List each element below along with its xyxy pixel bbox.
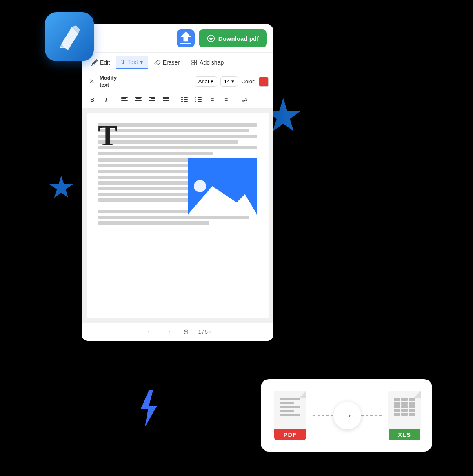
xls-cell [401, 409, 408, 412]
pdf-file-icon: PDF [274, 391, 306, 440]
file-line [280, 402, 294, 404]
xls-row [394, 405, 415, 408]
file-line [280, 406, 300, 408]
nav-forward-button[interactable]: → [162, 326, 174, 338]
svg-rect-7 [121, 97, 128, 98]
text-dropdown-arrow: ▾ [140, 59, 143, 65]
edit-tool-button[interactable]: Edit [87, 57, 115, 68]
svg-point-25 [181, 99, 183, 100]
svg-point-3 [192, 60, 194, 62]
app-icon [45, 12, 94, 61]
text-line [98, 135, 257, 138]
xls-cell [401, 405, 408, 408]
svg-text:3.: 3. [195, 100, 197, 102]
dashed-left [313, 415, 333, 416]
italic-button[interactable]: I [100, 94, 112, 105]
image-placeholder [188, 158, 257, 215]
xls-cell [394, 402, 400, 405]
xls-cell [409, 409, 415, 412]
align-left-button[interactable] [119, 94, 130, 105]
align-center-button[interactable] [133, 94, 144, 105]
svg-point-5 [192, 62, 194, 65]
svg-point-38 [194, 180, 206, 192]
align-right-button[interactable] [147, 94, 158, 105]
indent-more-button[interactable]: ≡ [220, 94, 232, 105]
bold-button[interactable]: B [87, 94, 98, 105]
text-label: Text [127, 59, 138, 65]
align-left-icon [121, 97, 128, 102]
file-line [280, 410, 294, 412]
unordered-list-button[interactable] [179, 94, 190, 105]
file-line [280, 398, 300, 400]
doc-area: T [82, 109, 273, 323]
doc-page: T [87, 113, 269, 318]
upload-icon [177, 29, 195, 47]
toolbar-row1: Edit T Text ▾ Eraser Add shap [82, 53, 273, 72]
svg-rect-12 [136, 98, 141, 99]
add-shape-icon [191, 59, 198, 66]
svg-rect-20 [163, 98, 169, 99]
zoom-out-button[interactable]: ⊖ [180, 326, 192, 338]
size-dropdown-arrow: ▾ [231, 78, 234, 85]
indent-less-button[interactable]: ≡ [207, 94, 218, 105]
download-label: Download pdf [218, 35, 259, 42]
doc-text-block [98, 123, 257, 155]
svg-rect-26 [184, 99, 188, 100]
xls-badge: XLS [389, 429, 420, 440]
unordered-list-icon [181, 97, 188, 102]
arrow-right-icon: → [342, 409, 353, 422]
eraser-tool-button[interactable]: Eraser [149, 57, 184, 68]
close-modify-button[interactable]: ✕ [87, 77, 96, 87]
font-size-selector[interactable]: 14 ▾ [220, 76, 238, 87]
eraser-label: Eraser [163, 59, 180, 66]
conversion-card: PDF → [261, 379, 432, 452]
font-dropdown-arrow: ▾ [211, 78, 213, 85]
xls-cell [394, 405, 400, 408]
align-justify-button[interactable] [160, 94, 172, 105]
xls-cell [409, 413, 415, 416]
upload-button[interactable] [177, 29, 195, 47]
xls-cell [401, 398, 408, 401]
fmt-separator-2 [175, 96, 175, 104]
align-right-icon [149, 97, 155, 102]
text-tool-button[interactable]: T Text ▾ [116, 56, 148, 69]
font-value: Arial [198, 78, 209, 85]
text-line [98, 221, 209, 225]
xls-row [394, 402, 415, 405]
svg-rect-17 [149, 100, 155, 101]
svg-point-6 [194, 62, 197, 65]
ordered-list-button[interactable]: 1. 2. 3. [193, 94, 204, 105]
color-label: Color: [241, 78, 255, 85]
toolbar-row2: ✕ Modify text Arial ▾ 14 ▾ Color: [82, 72, 273, 91]
xls-cell [409, 405, 415, 408]
text-line [98, 198, 193, 202]
svg-point-27 [181, 101, 183, 102]
star-decoration-left [49, 176, 73, 200]
text-line [98, 216, 249, 219]
download-icon [207, 34, 215, 42]
svg-rect-15 [149, 97, 155, 98]
file-line [280, 414, 300, 416]
align-justify-icon [163, 97, 169, 102]
modify-text-label-2: text [100, 82, 117, 89]
align-center-icon [135, 97, 142, 102]
svg-rect-21 [163, 100, 169, 101]
doc-nav: ← → ⊖ 1 / 5 › [82, 323, 273, 341]
dropcap-t: T [98, 121, 118, 150]
download-button[interactable]: Download pdf [199, 29, 267, 47]
pdf-badge: PDF [274, 429, 306, 440]
color-swatch[interactable] [259, 77, 269, 87]
nav-back-button[interactable]: ← [144, 326, 156, 338]
svg-rect-30 [198, 97, 202, 98]
text-line [98, 123, 257, 127]
svg-point-23 [181, 97, 183, 98]
font-selector[interactable]: Arial ▾ [195, 76, 217, 87]
xls-row [394, 409, 415, 412]
mountain-image [188, 174, 257, 215]
pdf-paper [274, 391, 306, 429]
link-button[interactable] [239, 94, 250, 105]
editor-window: Download pdf Edit T Text ▾ Eraser [82, 24, 273, 341]
add-shape-tool-button[interactable]: Add shap [186, 57, 229, 68]
text-line [98, 129, 249, 132]
xls-file-icon: XLS [388, 391, 421, 440]
